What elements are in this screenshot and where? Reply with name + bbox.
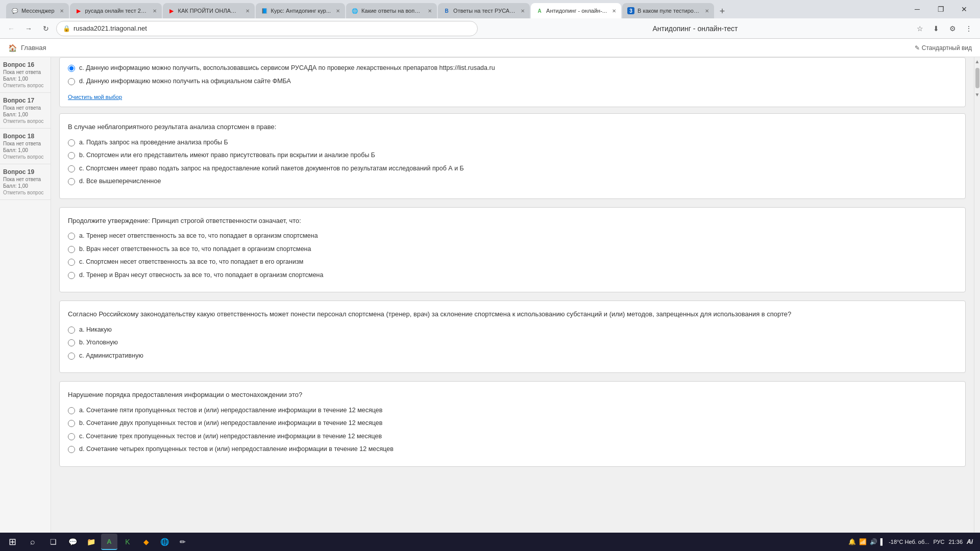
taskbar-app-browser[interactable]: A: [101, 534, 117, 550]
q19-radio-d[interactable]: [68, 446, 75, 453]
partial-option-d: d. Данную информацию можно получить на о…: [68, 77, 957, 86]
tab-favicon-7: A: [536, 7, 543, 14]
tab-otvety-rusada[interactable]: В Ответы на тест РУСАДА 2 ✕: [438, 3, 530, 18]
sidebar-item-q16[interactable]: Вопрос 16 Пока нет ответа Балл: 1,00 Отм…: [0, 57, 51, 93]
tab-close-5[interactable]: ✕: [428, 8, 432, 14]
q18-option-c-label: c. Административную: [79, 352, 143, 361]
task-view-button[interactable]: ❑: [44, 534, 62, 550]
taskbar-app-extra3[interactable]: ✏: [175, 534, 191, 550]
tray-notification-icon[interactable]: 🔔: [848, 538, 856, 545]
taskbar-clock[interactable]: 21:36: [948, 538, 963, 545]
tray-icons: 🔔 📶 🔊 ▌: [848, 538, 885, 545]
partial-radio-c[interactable]: [68, 65, 75, 72]
tab-close-4[interactable]: ✕: [336, 8, 340, 14]
taskbar-app-explorer[interactable]: 📁: [83, 534, 99, 550]
new-tab-button[interactable]: +: [715, 4, 729, 18]
standard-view-label: Стандартный вид: [922, 44, 972, 52]
partial-option-c-label: с. Данную информацию можно получить, вос…: [79, 64, 495, 73]
q19-radio-c[interactable]: [68, 433, 75, 440]
ai-icon[interactable]: Ai: [967, 538, 973, 545]
url-text: rusada2021.triagonal.net: [74, 24, 147, 32]
tab-close-6[interactable]: ✕: [521, 8, 525, 14]
taskbar: ⊞ ⌕ ❑ 💬 📁 A K ◆ 🌐 ✏ 🔔 📶 🔊 ▌ -18°C Неб. о…: [0, 533, 980, 551]
q17-radio-c[interactable]: [68, 259, 75, 266]
tab-kurs[interactable]: 📘 Курс: Антидопинг кур... ✕: [256, 3, 346, 18]
address-bar[interactable]: 🔒 rusada2021.triagonal.net: [56, 21, 478, 36]
tab-label-5: Какие ответы на вопро...: [361, 8, 423, 14]
tray-sound-icon[interactable]: 🔊: [870, 538, 877, 545]
scroll-down-arrow[interactable]: ▼: [973, 90, 980, 99]
q16-radio-b[interactable]: [68, 152, 75, 159]
q18-flag-button[interactable]: Отметить вопрос: [3, 154, 47, 160]
partial-radio-d[interactable]: [68, 78, 75, 85]
maximize-button[interactable]: ❐: [929, 2, 952, 17]
tab-label-7: Антидопинг - онлайн-...: [546, 8, 607, 14]
taskbar-app-messenger[interactable]: 💬: [64, 534, 81, 550]
taskbar-app-kaspersky[interactable]: K: [119, 534, 136, 550]
tab-kak-proyti[interactable]: ▶ КАК ПРОЙТИ ОНЛАЙН Т... ✕: [163, 3, 255, 18]
tab-favicon-4: 📘: [261, 7, 268, 14]
q18-radio-a[interactable]: [68, 327, 75, 334]
taskbar-app-extra1[interactable]: ◆: [138, 534, 154, 550]
download-button[interactable]: ⬇: [929, 21, 943, 36]
scrollbar[interactable]: ▲ ▼: [974, 57, 980, 551]
taskbar-app-extra2[interactable]: 🌐: [156, 534, 173, 550]
menu-button[interactable]: ⋮: [962, 21, 976, 36]
q18-option-b: b. Уголовную: [68, 338, 957, 347]
browser-page-title: Антидопинг - онлайн-тест: [481, 24, 910, 33]
reload-button[interactable]: ↻: [39, 21, 53, 36]
q18-radio-c[interactable]: [68, 353, 75, 360]
minimize-button[interactable]: ─: [905, 2, 929, 17]
q19-option-a: a. Сочетание пяти пропущенных тестов и (…: [68, 406, 957, 415]
q16-radio-a[interactable]: [68, 139, 75, 146]
tray-network-icon[interactable]: 📶: [859, 538, 867, 545]
sidebar-item-q18[interactable]: Вопрос 18 Пока нет ответа Балл: 1,00 Отм…: [0, 129, 51, 164]
scroll-up-arrow[interactable]: ▲: [973, 57, 980, 66]
q17-flag-button[interactable]: Отметить вопрос: [3, 118, 47, 124]
sidebar-item-q17[interactable]: Вопрос 17 Пока нет ответа Балл: 1,00 Отм…: [0, 93, 51, 129]
extensions-button[interactable]: ⚙: [945, 21, 960, 36]
tab-antidoping[interactable]: A Антидопинг - онлайн-... ✕: [531, 3, 621, 18]
tab-close-8[interactable]: ✕: [705, 8, 709, 14]
q19-option-c-label: c. Сочетание трех пропущенных тестов и (…: [79, 432, 382, 441]
q16-radio-d[interactable]: [68, 178, 75, 185]
tab-messenger[interactable]: 💬 Мессенджер ✕: [6, 3, 69, 18]
sidebar-item-q19[interactable]: Вопрос 19 Пока нет ответа Балл: 1,00 Отм…: [0, 164, 51, 200]
tab-kakie-otvety[interactable]: 🌐 Какие ответы на вопро... ✕: [346, 3, 437, 18]
q16-radio-c[interactable]: [68, 165, 75, 172]
clear-selection-link[interactable]: Очистить мой выбор: [68, 94, 122, 100]
q18-radio-b[interactable]: [68, 339, 75, 346]
q19-flag-button[interactable]: Отметить вопрос: [3, 190, 47, 195]
back-button[interactable]: ←: [4, 21, 18, 36]
scroll-thumb[interactable]: [975, 68, 979, 88]
q17-radio-a[interactable]: [68, 233, 75, 240]
q17-option-d-label: d. Тренер и Врач несут отвесность за все…: [79, 271, 323, 280]
tab-favicon-6: В: [443, 7, 450, 14]
standard-view-button[interactable]: ✎ Стандартный вид: [915, 44, 972, 52]
tab-close-1[interactable]: ✕: [60, 8, 64, 14]
tab-close-3[interactable]: ✕: [246, 8, 250, 14]
q17-option-d: d. Тренер и Врач несут отвесность за все…: [68, 271, 957, 280]
q17-radio-d[interactable]: [68, 272, 75, 279]
window-controls: ─ ❐ ✕: [905, 2, 976, 17]
q19-radio-b[interactable]: [68, 420, 75, 427]
q16-flag-button[interactable]: Отметить вопрос: [3, 83, 47, 88]
home-link[interactable]: Главная: [21, 44, 46, 52]
tab-close-2[interactable]: ✕: [153, 8, 157, 14]
question-block-19: Нарушение порядка предоставления информа…: [59, 381, 966, 467]
q19-radio-a[interactable]: [68, 407, 75, 414]
search-button[interactable]: ⌕: [23, 534, 42, 550]
forward-button[interactable]: →: [21, 21, 36, 36]
q17-radio-b[interactable]: [68, 246, 75, 253]
close-button[interactable]: ✕: [952, 2, 976, 17]
main-content: Вопрос 16 Пока нет ответа Балл: 1,00 Отм…: [0, 57, 980, 551]
q16-nav-number: Вопрос 16: [3, 61, 47, 68]
q17-text: Продолжите утверждение: Принцип строгой …: [68, 216, 957, 226]
question-block-17: Продолжите утверждение: Принцип строгой …: [59, 207, 966, 293]
tab-close-7[interactable]: ✕: [612, 8, 616, 14]
tab-v-kakom-pule[interactable]: 3 В каком пуле тестирова... ✕: [622, 3, 714, 18]
questions-area: с. Данную информацию можно получить, вос…: [51, 57, 974, 551]
bookmark-button[interactable]: ☆: [913, 21, 927, 36]
start-button[interactable]: ⊞: [3, 534, 21, 550]
tab-rusada-test[interactable]: ▶ русада онлайн тест 2022 ✕: [70, 3, 162, 18]
